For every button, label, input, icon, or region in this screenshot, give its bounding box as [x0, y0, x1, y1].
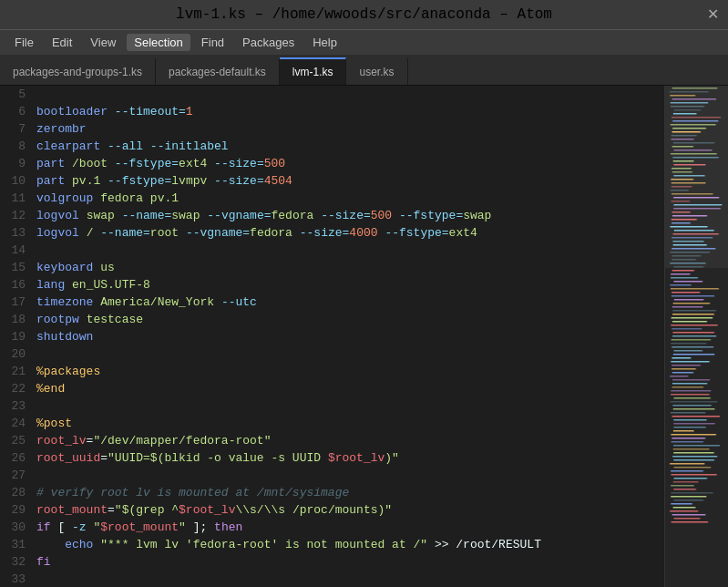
menu-item-edit[interactable]: Edit — [45, 34, 79, 51]
code-line — [36, 86, 664, 103]
code-line: timezone America/New_York --utc — [36, 294, 664, 311]
code-line: bootloader --timeout=1 — [36, 103, 664, 120]
line-number: 8 — [4, 138, 26, 155]
menu-item-find[interactable]: Find — [194, 34, 231, 51]
code-line: %post — [36, 415, 664, 432]
menu-item-selection[interactable]: Selection — [127, 34, 190, 51]
code-line: clearpart --all --initlabel — [36, 138, 664, 155]
code-line: keyboard us — [36, 259, 664, 276]
tab-user-ks[interactable]: user.ks — [346, 57, 407, 85]
tabs-bar: packages-and-groups-1.kspackages-default… — [0, 55, 728, 86]
code-line: %packages — [36, 363, 664, 380]
code-line: zerombr — [36, 120, 664, 138]
code-line — [36, 397, 664, 415]
line-number: 28 — [4, 484, 26, 501]
line-number: 22 — [4, 380, 26, 397]
menu-bar: FileEditViewSelectionFindPackagesHelp — [0, 29, 728, 55]
line-number: 21 — [4, 363, 26, 380]
line-number: 20 — [4, 345, 26, 363]
line-number: 14 — [4, 242, 26, 259]
menu-item-view[interactable]: View — [83, 34, 123, 51]
code-line — [36, 467, 664, 484]
code-line: volgroup fedora pv.1 — [36, 190, 664, 207]
code-area: 5678910111213141516171819202122232425262… — [0, 86, 664, 587]
code-line: root_uuid="UUID=$(blkid -o value -s UUID… — [36, 449, 664, 467]
code-line: lang en_US.UTF-8 — [36, 276, 664, 294]
line-number: 6 — [4, 103, 26, 120]
tab-lvm-1-ks[interactable]: lvm-1.ks — [280, 57, 347, 85]
code-line: root_lv="/dev/mapper/fedora-root" — [36, 432, 664, 449]
code-line: rootpw testcase — [36, 311, 664, 328]
line-number: 19 — [4, 328, 26, 345]
tab-packages-default-ks[interactable]: packages-default.ks — [156, 57, 280, 85]
line-number: 15 — [4, 259, 26, 276]
menu-item-packages[interactable]: Packages — [235, 34, 302, 51]
code-line: root_mount="$(grep ^$root_lv\\s/\\s /pro… — [36, 501, 664, 519]
line-number: 29 — [4, 501, 26, 519]
line-number: 30 — [4, 519, 26, 536]
code-line: part pv.1 --fstype=lvmpv --size=4504 — [36, 172, 664, 190]
editor: 5678910111213141516171819202122232425262… — [0, 86, 728, 587]
menu-item-file[interactable]: File — [7, 34, 41, 51]
line-number: 5 — [4, 86, 26, 103]
line-number: 18 — [4, 311, 26, 328]
title-bar: lvm-1.ks – /home/wwoods/src/anaconda – A… — [0, 0, 728, 29]
code-line: shutdown — [36, 328, 664, 345]
code-line: part /boot --fstype=ext4 --size=500 — [36, 155, 664, 172]
close-button[interactable]: ✕ — [707, 7, 719, 22]
menu-item-help[interactable]: Help — [305, 34, 344, 51]
line-number: 27 — [4, 467, 26, 484]
code-line: echo "*** lvm lv 'fedora-root' is not mo… — [36, 536, 664, 553]
line-number: 11 — [4, 190, 26, 207]
line-number: 24 — [4, 415, 26, 432]
code-line: logvol / --name=root --vgname=fedora --s… — [36, 224, 664, 242]
line-number: 7 — [4, 120, 26, 138]
code-line: # verify root lv is mounted at /mnt/sysi… — [36, 484, 664, 501]
line-numbers: 5678910111213141516171819202122232425262… — [0, 86, 33, 587]
code-content[interactable]: bootloader --timeout=1zerombrclearpart -… — [33, 86, 664, 587]
title-text: lvm-1.ks – /home/wwoods/src/anaconda – A… — [176, 6, 552, 23]
line-number: 25 — [4, 432, 26, 449]
line-number: 12 — [4, 207, 26, 224]
code-line: logvol swap --name=swap --vgname=fedora … — [36, 207, 664, 224]
code-line: if [ -z "$root_mount" ]; then — [36, 519, 664, 536]
line-number: 10 — [4, 172, 26, 190]
tab-packages-and-groups-1-ks[interactable]: packages-and-groups-1.ks — [0, 57, 156, 85]
line-number: 32 — [4, 553, 26, 571]
code-line — [36, 345, 664, 363]
line-number: 13 — [4, 224, 26, 242]
code-line: fi — [36, 553, 664, 571]
line-number: 23 — [4, 397, 26, 415]
line-number: 26 — [4, 449, 26, 467]
line-number: 31 — [4, 536, 26, 553]
minimap-canvas — [665, 86, 728, 587]
line-number: 17 — [4, 294, 26, 311]
line-number: 16 — [4, 276, 26, 294]
code-line: %end — [36, 380, 664, 397]
minimap[interactable] — [664, 86, 728, 587]
code-line — [36, 571, 664, 587]
code-line — [36, 242, 664, 259]
line-number: 9 — [4, 155, 26, 172]
line-number: 33 — [4, 571, 26, 587]
